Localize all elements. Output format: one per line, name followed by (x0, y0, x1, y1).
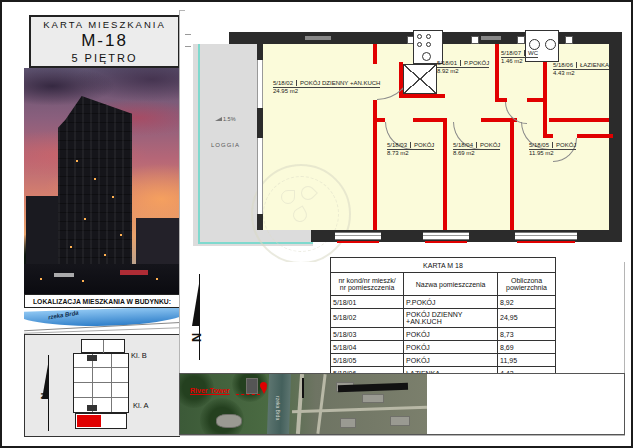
lit-window (70, 246, 72, 248)
building (390, 416, 410, 426)
kitchen-fixtures (413, 30, 443, 64)
table-title: KARTA M 18 (330, 257, 556, 273)
room-area: 24.95 m2 (273, 88, 380, 95)
room-area: 8.73 m2 (387, 150, 434, 157)
building-photo (24, 68, 180, 294)
wall-pier (257, 214, 263, 230)
burner (417, 42, 422, 47)
room-id: 5/18/05 (529, 142, 553, 148)
lit-window (40, 278, 42, 280)
building (340, 418, 356, 428)
slope-value: 1.5% (223, 116, 236, 122)
lit-window (76, 160, 78, 162)
loggia-slope: 1.5% (215, 116, 236, 122)
aerial-map: rzeka Brda River Tower (180, 374, 427, 434)
loggia-glass-balustrade (198, 44, 200, 244)
white-shop-sign (54, 273, 74, 277)
cell-name: P.POKÓJ (404, 296, 498, 309)
staircase-b-label: Kl. B (131, 351, 147, 360)
room-name: ŁAZIENKA (580, 62, 609, 68)
lit-window (84, 218, 86, 220)
radiator (337, 241, 379, 243)
red-wall (510, 118, 514, 230)
north-letter: N (39, 393, 49, 400)
red-wall (399, 94, 445, 98)
window-frame-line (335, 235, 381, 236)
red-wall (373, 44, 377, 64)
burner (426, 42, 431, 47)
leader-line (236, 394, 260, 395)
apartment-card-page: KARTA MIESZKANIA M-18 5 PIĘTRO LOKALIZAC… (0, 0, 633, 448)
window-frame-line (515, 235, 577, 236)
location-section-header: LOKALIZACJA MIESZKANIA W BUDYNKU: (24, 294, 180, 308)
watermark-leaf (281, 190, 295, 204)
room-id: 5/18/07 (501, 50, 525, 56)
table-row: 5/18/04 POKÓJ 8,69 (330, 341, 556, 354)
room-area: 8.69 m2 (453, 150, 500, 157)
cell-name: POKÓJ (404, 328, 498, 341)
loggia-label: LOGGIA (211, 142, 240, 148)
room-name: POKÓJ (556, 142, 576, 148)
staircase-a-core (87, 405, 97, 411)
col-header-id: nr kond/nr mieszk/ nr pomieszczenia (330, 273, 404, 296)
cell-name: POKÓJ (404, 354, 498, 367)
cell-id: 5/18/02 (330, 309, 404, 328)
room-id: 5/18/03 (387, 142, 411, 148)
development-label: River Tower (190, 387, 230, 394)
map-north-needle (302, 378, 304, 398)
building-location-plan: N Kl. B Kl. A (24, 334, 180, 437)
map-title-bar (338, 383, 408, 392)
room-label-living: 5/18/02POKÓJ DZIENNY +AN.KUCH 24.95 m2 (273, 80, 380, 95)
cell-name: POKÓJ DZIENNY +AN.KUCH (404, 309, 498, 328)
room-name: POKÓJ DZIENNY +AN.KUCH (300, 80, 380, 86)
room-label-wc: 5/18/07WC 1.46 m2 (501, 50, 538, 65)
col-header-line: Obliczona (511, 277, 542, 284)
lit-window (82, 280, 84, 282)
room-area: 11.95 m2 (529, 150, 576, 157)
arena-building (216, 414, 242, 428)
cell-area: 8,73 (498, 328, 556, 341)
table-row: 5/18/02 POKÓJ DZIENNY +AN.KUCH 24,95 (330, 309, 556, 328)
wall-line (103, 340, 104, 354)
room-name: WC (528, 50, 538, 56)
red-wall (549, 118, 609, 122)
radiator (517, 241, 575, 243)
floor-label: 5 PIĘTRO (71, 52, 137, 64)
col-header-name: Nazwa pomieszczenia (404, 273, 498, 296)
building-main-block (73, 353, 129, 413)
room-area: 1.46 m2 (501, 58, 538, 65)
cell-area: 8,92 (498, 296, 556, 309)
card-header: KARTA MIESZKANIA M-18 5 PIĘTRO (29, 15, 180, 68)
red-wall (495, 44, 499, 102)
room-label-room3: 5/18/03POKÓJ 8.73 m2 (387, 142, 434, 157)
window (335, 232, 381, 240)
room-label-room4: 5/18/04POKÓJ 8.69 m2 (453, 142, 500, 157)
washer-drum (529, 39, 540, 50)
building-top-block (81, 339, 125, 353)
shaft (403, 64, 437, 94)
room-label-room5: 5/18/05POKÓJ 11.95 m2 (529, 142, 576, 157)
table-row: 5/18/05 POKÓJ 11,95 (330, 354, 556, 367)
room-id: 5/18/01 (437, 60, 461, 66)
room-label-hall: 5/18/01P.POKÓJ 8.92 m2 (437, 60, 489, 75)
cell-id: 5/18/05 (330, 354, 404, 367)
col-header-line: powierzchnia (506, 284, 547, 291)
wall-opening (305, 36, 331, 40)
cell-id: 5/18/04 (330, 341, 404, 354)
staircase-b-core (87, 355, 97, 361)
col-header-line: nr pomieszczenia (340, 284, 394, 291)
wall-pier (257, 108, 263, 138)
loggia-floor (193, 44, 257, 236)
lit-window (94, 178, 96, 180)
vent (517, 36, 525, 44)
table-row: 5/18/03 POKÓJ 8,73 (330, 328, 556, 341)
highlighted-apartment (77, 415, 101, 427)
cell-id: 5/18/03 (330, 328, 404, 341)
location-heading: LOKALIZACJA MIESZKANIA W BUDYNKU: (33, 298, 171, 305)
burner (417, 34, 422, 39)
card-title: KARTA MIESZKANIA (43, 19, 165, 30)
road (292, 406, 427, 414)
dimension-tick (185, 46, 191, 47)
radiator (425, 241, 467, 243)
lit-window (156, 278, 158, 280)
